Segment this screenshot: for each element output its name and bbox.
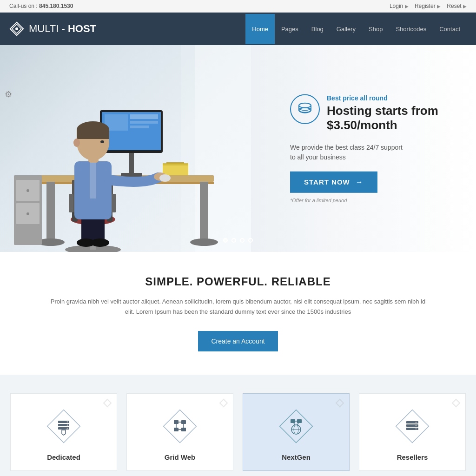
hero-title: Hosting starts from $3.50/month <box>327 103 467 132</box>
hero-icon-row: Best price all round Hosting starts from… <box>290 94 467 138</box>
nav-item-home[interactable]: Home <box>245 14 275 44</box>
offer-text: *Offer for a limited period <box>290 198 467 203</box>
card-corner-icon <box>219 398 228 408</box>
svg-rect-11 <box>129 152 134 175</box>
nav-menu: Home Pages Blog Gallery Shop Shortcodes … <box>245 14 467 44</box>
service-card-dedicated[interactable]: Dedicated <box>10 393 117 471</box>
resellers-diamond-icon <box>394 408 431 445</box>
nextgen-icon-wrapper <box>278 408 315 445</box>
svg-point-49 <box>299 103 311 107</box>
svg-rect-60 <box>164 410 197 443</box>
card-corner-icon <box>451 398 461 408</box>
navbar: MULTI - HOST Home Pages Blog Gallery Sho… <box>0 13 476 45</box>
logo-text: MULTI - HOST <box>29 23 96 35</box>
reset-link[interactable]: Reset ▶ <box>447 3 467 9</box>
svg-rect-71 <box>291 419 295 423</box>
start-now-button[interactable]: START NOW → <box>290 172 377 193</box>
svg-point-10 <box>190 238 218 246</box>
slider-dots <box>223 238 253 243</box>
service-name-gridweb: Grid Web <box>136 453 224 461</box>
slider-dot-1[interactable] <box>223 238 228 243</box>
resellers-icon-wrapper <box>394 408 431 445</box>
svg-point-48 <box>26 212 29 215</box>
hero-content: Best price all round Hosting starts from… <box>290 94 467 203</box>
top-bar-links: Login ▶ Register ▶ Reset ▶ <box>385 3 467 9</box>
service-name-nextgen: NextGen <box>252 453 340 461</box>
slider-dot-4[interactable] <box>248 238 253 243</box>
middle-title: SIMPLE. POWERFUL. RELIABLE <box>9 275 467 288</box>
svg-rect-64 <box>181 428 186 431</box>
nav-item-shortcodes[interactable]: Shortcodes <box>389 14 433 44</box>
nav-item-shop[interactable]: Shop <box>362 14 389 44</box>
logo[interactable]: MULTI - HOST <box>9 21 245 36</box>
callus-text: Call-us on : 845.180.1530 <box>9 3 73 9</box>
svg-rect-8 <box>200 182 208 242</box>
database-icon <box>297 100 313 117</box>
gridweb-icon-wrapper <box>161 408 198 445</box>
svg-point-50 <box>299 107 311 112</box>
nav-item-contact[interactable]: Contact <box>433 14 467 44</box>
hero-text-group: Best price all round Hosting starts from… <box>327 94 467 138</box>
logo-icon <box>9 21 24 36</box>
services-section: Dedicated Grid Web <box>0 375 476 476</box>
slider-dot-2[interactable] <box>231 238 236 243</box>
service-name-dedicated: Dedicated <box>20 453 107 461</box>
service-card-gridweb[interactable]: Grid Web <box>126 393 233 471</box>
svg-point-85 <box>416 425 417 426</box>
database-icon-circle <box>290 94 320 124</box>
middle-section: SIMPLE. POWERFUL. RELIABLE Proin gravida… <box>0 252 476 375</box>
nav-item-gallery[interactable]: Gallery <box>330 14 362 44</box>
nav-item-pages[interactable]: Pages <box>275 14 305 44</box>
service-card-resellers[interactable]: Resellers <box>359 393 466 471</box>
svg-rect-18 <box>130 126 149 128</box>
svg-point-58 <box>67 428 68 429</box>
svg-point-43 <box>159 174 171 182</box>
hero-section: ⚙ <box>0 45 476 252</box>
svg-marker-79 <box>452 399 460 407</box>
svg-rect-39 <box>77 130 109 139</box>
svg-rect-70 <box>280 410 313 443</box>
svg-rect-63 <box>174 428 178 431</box>
service-card-nextgen[interactable]: NextGen <box>243 393 350 471</box>
svg-point-33 <box>91 238 109 247</box>
svg-rect-62 <box>181 420 186 424</box>
svg-rect-28 <box>69 194 73 212</box>
dedicated-diamond-icon <box>45 408 82 445</box>
svg-point-57 <box>67 424 68 426</box>
svg-point-40 <box>73 139 80 147</box>
nextgen-diamond-icon <box>278 408 315 445</box>
svg-rect-72 <box>297 419 302 423</box>
svg-rect-7 <box>46 182 55 242</box>
services-grid: Dedicated Grid Web <box>10 393 466 471</box>
arrow-right-icon: → <box>356 178 364 186</box>
svg-point-2 <box>15 27 18 30</box>
create-account-button[interactable]: Create an Account <box>198 331 278 351</box>
svg-marker-59 <box>220 399 227 407</box>
svg-rect-21 <box>166 162 184 164</box>
office-background: ⚙ <box>0 45 251 252</box>
svg-rect-19 <box>163 165 188 175</box>
svg-marker-51 <box>104 399 111 407</box>
nav-item-blog[interactable]: Blog <box>305 14 330 44</box>
slider-dot-3[interactable] <box>240 238 245 243</box>
svg-point-84 <box>416 422 417 423</box>
person-at-desk <box>0 45 251 252</box>
svg-rect-12 <box>121 173 142 177</box>
card-corner-icon <box>103 398 112 408</box>
card-corner-icon <box>335 398 344 408</box>
login-link[interactable]: Login ▶ <box>390 3 409 9</box>
svg-rect-61 <box>174 420 178 424</box>
svg-rect-35 <box>90 161 96 198</box>
svg-point-41 <box>100 140 104 143</box>
svg-point-56 <box>67 421 68 423</box>
svg-rect-29 <box>112 194 116 212</box>
hero-tagline: Best price all round <box>327 94 467 101</box>
middle-description: Proin gravida nibh vel velit auctor aliq… <box>45 297 431 317</box>
svg-point-86 <box>416 428 417 430</box>
svg-rect-16 <box>130 114 158 119</box>
hero-description: We provide the best class 24/7 supportto… <box>290 143 467 162</box>
gridweb-diamond-icon <box>161 408 198 445</box>
dedicated-icon-wrapper <box>45 408 82 445</box>
register-link[interactable]: Register ▶ <box>415 3 441 9</box>
service-name-resellers: Resellers <box>369 453 456 461</box>
